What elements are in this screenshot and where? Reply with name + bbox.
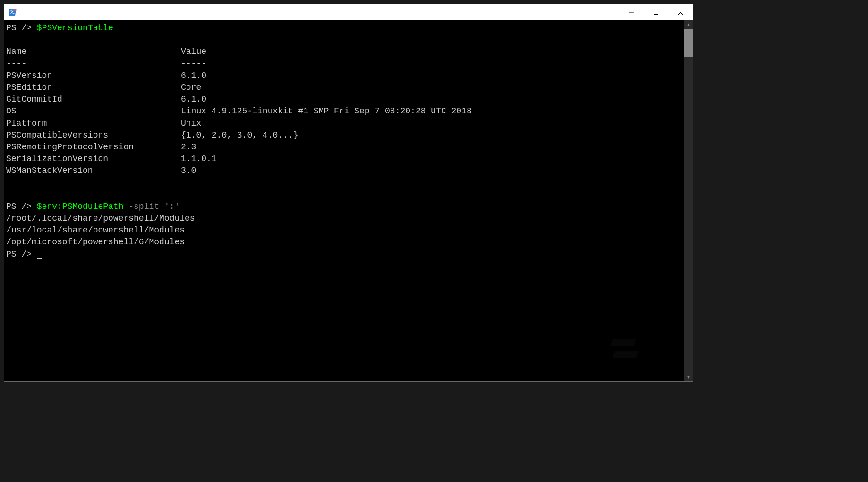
prompt: PS /> <box>6 250 32 259</box>
table-row: PlatformUnix <box>6 118 682 129</box>
property-name: PSEdition <box>6 82 181 94</box>
command-2-var: $env:PSModulePath <box>37 202 124 211</box>
property-value: 6.1.0 <box>181 94 682 105</box>
scroll-up-icon[interactable]: ▲ <box>684 20 693 29</box>
watermark-icon <box>608 334 646 362</box>
property-value: Unix <box>181 118 682 129</box>
prompt: PS /> <box>6 202 32 211</box>
prompt: PS /> <box>6 23 32 33</box>
terminal-output[interactable]: PS /> $PSVersionTable NameValue---------… <box>4 20 684 381</box>
property-value: 2.3 <box>181 141 682 153</box>
table-row: PSCompatibleVersions{1.0, 2.0, 3.0, 4.0.… <box>6 129 682 141</box>
property-name: PSRemotingProtocolVersion <box>6 141 181 153</box>
property-value: 1.1.0.1 <box>181 153 682 165</box>
table-row: SerializationVersion1.1.0.1 <box>6 153 682 165</box>
table-header-name: Name <box>6 46 181 58</box>
window-controls <box>619 4 693 20</box>
titlebar[interactable] <box>4 4 693 20</box>
table-row: GitCommitId6.1.0 <box>6 94 682 105</box>
property-name: GitCommitId <box>6 94 181 105</box>
table-row: PSEditionCore <box>6 82 682 94</box>
module-path: /root/.local/share/powershell/Modules <box>6 213 682 224</box>
property-name: PSCompatibleVersions <box>6 129 181 141</box>
powershell-icon <box>8 8 17 17</box>
powershell-window: PS /> $PSVersionTable NameValue---------… <box>4 4 693 382</box>
scrollbar[interactable]: ▲ ▼ <box>684 20 693 381</box>
cursor <box>37 258 42 259</box>
scroll-down-icon[interactable]: ▼ <box>684 373 693 381</box>
table-row: PSRemotingProtocolVersion2.3 <box>6 141 682 153</box>
table-row: WSManStackVersion3.0 <box>6 165 682 177</box>
property-name: OS <box>6 105 181 117</box>
minimize-button[interactable] <box>619 4 644 20</box>
svg-rect-4 <box>654 10 658 14</box>
property-value: Linux 4.9.125-linuxkit #1 SMP Fri Sep 7 … <box>181 105 682 117</box>
close-button[interactable] <box>668 4 693 20</box>
scroll-thumb[interactable] <box>684 29 693 57</box>
property-name: Platform <box>6 118 181 129</box>
module-path: /opt/microsoft/powershell/6/Modules <box>6 236 682 248</box>
property-name: SerializationVersion <box>6 153 181 165</box>
property-name: WSManStackVersion <box>6 165 181 177</box>
property-value: {1.0, 2.0, 3.0, 4.0...} <box>181 129 682 141</box>
table-header-value: Value <box>181 46 682 58</box>
maximize-button[interactable] <box>644 4 668 20</box>
table-row: PSVersion6.1.0 <box>6 70 682 82</box>
svg-marker-2 <box>13 9 17 11</box>
table-sep: ---- <box>6 58 181 70</box>
property-value: 3.0 <box>181 165 682 177</box>
property-name: PSVersion <box>6 70 181 82</box>
command-1: $PSVersionTable <box>37 23 113 33</box>
table-row: OSLinux 4.9.125-linuxkit #1 SMP Fri Sep … <box>6 105 682 117</box>
module-path: /usr/local/share/powershell/Modules <box>6 224 682 236</box>
table-sep: ----- <box>181 58 682 70</box>
property-value: Core <box>181 82 682 94</box>
property-value: 6.1.0 <box>181 70 682 82</box>
command-2-arg: ':' <box>164 202 179 211</box>
command-2-op: -split <box>123 202 164 211</box>
